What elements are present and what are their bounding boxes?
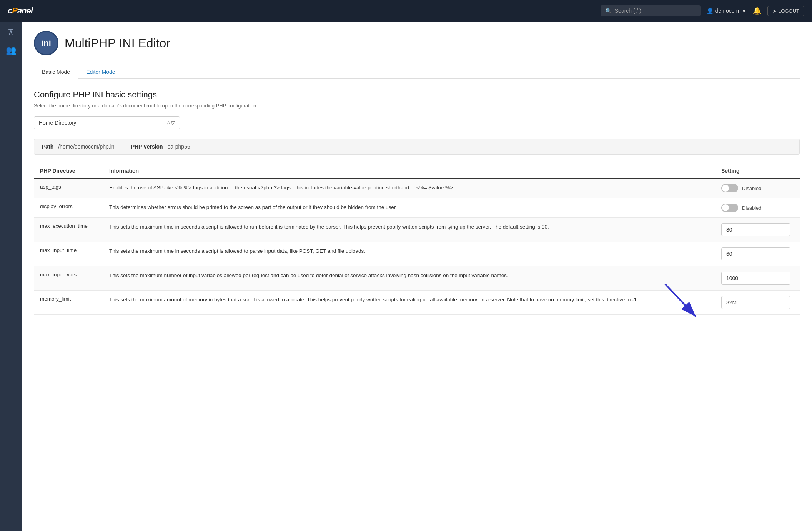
directive-info: Enables the use of ASP-like <% %> tags i…: [103, 178, 715, 198]
toggle-switch[interactable]: [721, 184, 738, 192]
directive-name: max_input_time: [34, 242, 103, 266]
table-row: display_errorsThis determines whether er…: [34, 198, 800, 218]
directive-input[interactable]: [721, 223, 790, 236]
toggle-switch[interactable]: [721, 204, 738, 212]
col-setting: Setting: [715, 164, 800, 178]
sidebar-users-icon[interactable]: 👥: [6, 45, 16, 55]
directory-select[interactable]: Home Directory Home Directory: [39, 120, 166, 126]
directive-setting[interactable]: Disabled: [715, 198, 800, 218]
search-icon: 🔍: [605, 8, 612, 14]
section-title: Configure PHP INI basic settings: [34, 90, 800, 100]
tab-basic-mode[interactable]: Basic Mode: [34, 65, 78, 79]
logout-button[interactable]: ➤ LOGOUT: [767, 6, 804, 16]
table-row: max_execution_timeThis sets the maximum …: [34, 218, 800, 242]
sidebar-grid-icon[interactable]: ⊼: [8, 28, 14, 38]
directive-setting[interactable]: Disabled: [715, 178, 800, 198]
directive-info: This determines whether errors should be…: [103, 198, 715, 218]
user-menu[interactable]: 👤 democom ▼: [707, 8, 747, 14]
topnav: cPanel 🔍 👤 democom ▼ 🔔 ➤ LOGOUT: [0, 0, 812, 22]
directive-info: This sets the maximum amount of memory i…: [103, 291, 715, 315]
directive-setting[interactable]: [715, 266, 800, 291]
path-bar: Path /home/democom/php.ini PHP Version e…: [34, 139, 800, 155]
directives-table: PHP Directive Information Setting asp_ta…: [34, 164, 800, 315]
directive-name: asp_tags: [34, 178, 103, 198]
directive-input[interactable]: [721, 247, 790, 260]
user-icon: 👤: [707, 8, 713, 14]
directive-setting[interactable]: [715, 218, 800, 242]
logout-icon: ➤: [772, 8, 777, 14]
directive-input[interactable]: [721, 272, 790, 285]
directive-name: memory_limit: [34, 291, 103, 315]
directive-setting[interactable]: [715, 291, 800, 315]
main-content: ini MultiPHP INI Editor Basic Mode Edito…: [22, 22, 812, 531]
page-title: MultiPHP INI Editor: [65, 36, 170, 50]
table-row: max_input_timeThis sets the maximum time…: [34, 242, 800, 266]
directive-info: This sets the maximum number of input va…: [103, 266, 715, 291]
table-row: max_input_varsThis sets the maximum numb…: [34, 266, 800, 291]
directive-setting[interactable]: [715, 242, 800, 266]
select-arrow-icon: △▽: [166, 120, 175, 126]
directive-name: max_execution_time: [34, 218, 103, 242]
directives-section: PHP Directive Information Setting asp_ta…: [34, 164, 800, 315]
cpanel-logo: cPanel: [8, 6, 33, 16]
section-description: Select the home directory or a domain's …: [34, 103, 800, 109]
username: democom: [715, 8, 739, 14]
toggle-label: Disabled: [742, 185, 762, 191]
table-row: memory_limitThis sets the maximum amount…: [34, 291, 800, 315]
directive-info: This sets the maximum time in seconds a …: [103, 242, 715, 266]
tabs: Basic Mode Editor Mode: [34, 65, 800, 79]
directive-info: This sets the maximum time in seconds a …: [103, 218, 715, 242]
toggle-label: Disabled: [742, 205, 762, 211]
directory-select-wrapper[interactable]: Home Directory Home Directory △▽: [34, 116, 180, 129]
directive-input[interactable]: [721, 296, 790, 309]
page-header: ini MultiPHP INI Editor: [34, 31, 800, 55]
search-box[interactable]: 🔍: [601, 5, 701, 16]
search-input[interactable]: [615, 8, 696, 14]
directive-name: display_errors: [34, 198, 103, 218]
chevron-down-icon: ▼: [741, 8, 747, 14]
directive-name: max_input_vars: [34, 266, 103, 291]
page-icon: ini: [34, 31, 58, 55]
tab-editor-mode[interactable]: Editor Mode: [78, 65, 123, 79]
col-directive: PHP Directive: [34, 164, 103, 178]
notifications-icon[interactable]: 🔔: [753, 7, 761, 15]
table-row: asp_tagsEnables the use of ASP-like <% %…: [34, 178, 800, 198]
sidebar: ⊼ 👥: [0, 22, 22, 531]
col-information: Information: [103, 164, 715, 178]
version-info: PHP Version ea-php56: [131, 144, 190, 150]
path-info: Path /home/democom/php.ini: [42, 144, 116, 150]
